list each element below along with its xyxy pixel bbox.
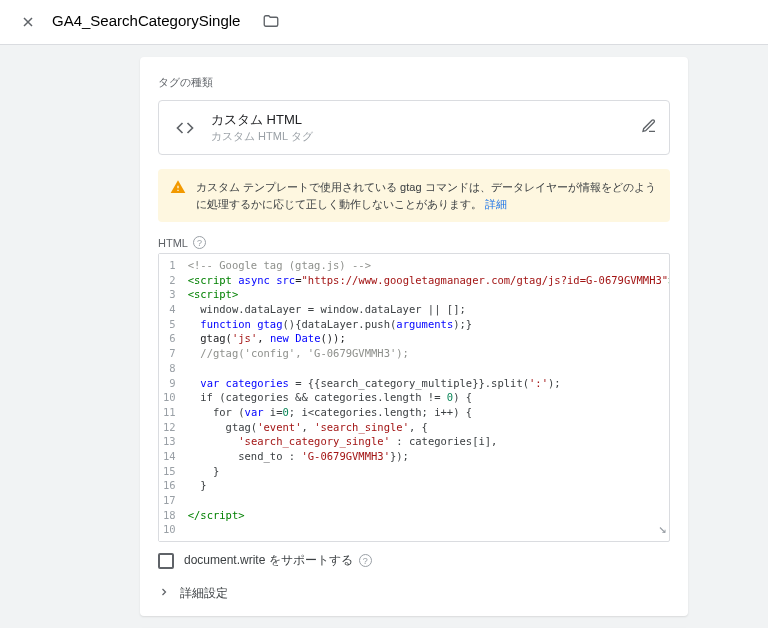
- chevron-right-icon: [158, 586, 170, 601]
- edit-icon[interactable]: [641, 118, 657, 137]
- document-write-checkbox[interactable]: [158, 553, 174, 569]
- tag-type-title: カスタム HTML: [211, 111, 641, 129]
- tag-type-section-label: タグの種類: [158, 75, 670, 90]
- html-field-label: HTML: [158, 237, 188, 249]
- tag-type-subtitle: カスタム HTML タグ: [211, 129, 641, 144]
- code-brackets-icon: [171, 114, 199, 142]
- advanced-settings-toggle[interactable]: 詳細設定: [158, 577, 670, 602]
- help-icon[interactable]: ?: [359, 554, 372, 567]
- tag-type-card[interactable]: カスタム HTML カスタム HTML タグ: [158, 100, 670, 155]
- warning-text: カスタム テンプレートで使用されている gtag コマンドは、データレイヤーが情…: [196, 181, 656, 210]
- line-gutter: 12345678910111213141516171810: [159, 254, 182, 541]
- document-write-label: document.write をサポートする: [184, 552, 353, 569]
- warning-details-link[interactable]: 詳細: [485, 198, 507, 210]
- folder-icon[interactable]: [262, 12, 280, 33]
- resize-handle-icon[interactable]: ↘: [659, 519, 667, 539]
- help-icon[interactable]: ?: [193, 236, 206, 249]
- warning-icon: [170, 179, 186, 212]
- warning-banner: カスタム テンプレートで使用されている gtag コマンドは、データレイヤーが情…: [158, 169, 670, 222]
- tag-name-input[interactable]: [52, 12, 252, 32]
- close-icon[interactable]: [16, 10, 40, 34]
- tag-config-panel: タグの種類 カスタム HTML カスタム HTML タグ カスタム テンプレート…: [140, 57, 688, 616]
- code-editor[interactable]: 12345678910111213141516171810 <!-- Googl…: [158, 253, 670, 542]
- advanced-settings-label: 詳細設定: [180, 585, 228, 602]
- code-content[interactable]: <!-- Google tag (gtag.js) --> <script as…: [182, 254, 669, 541]
